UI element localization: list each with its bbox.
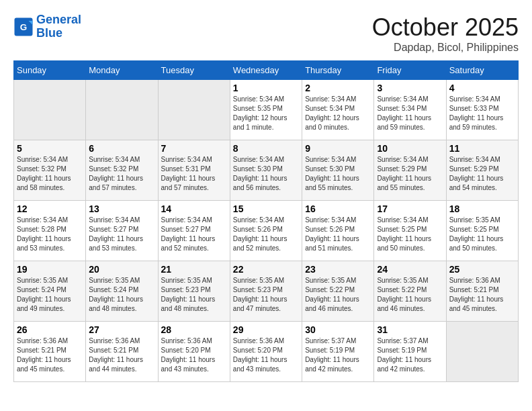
calendar-cell: [158, 80, 230, 140]
day-info: Sunrise: 5:34 AM Sunset: 5:25 PM Dayligh…: [377, 216, 443, 253]
day-info: Sunrise: 5:34 AM Sunset: 5:32 PM Dayligh…: [89, 155, 154, 193]
weekday-header-saturday: Saturday: [446, 61, 518, 80]
calendar-cell: 12Sunrise: 5:34 AM Sunset: 5:28 PM Dayli…: [14, 201, 86, 261]
weekday-header-monday: Monday: [86, 61, 158, 80]
calendar-cell: 27Sunrise: 5:36 AM Sunset: 5:21 PM Dayli…: [86, 322, 158, 382]
calendar-cell: 23Sunrise: 5:35 AM Sunset: 5:22 PM Dayli…: [302, 261, 374, 322]
day-info: Sunrise: 5:34 AM Sunset: 5:27 PM Dayligh…: [161, 216, 227, 253]
calendar-cell: 11Sunrise: 5:34 AM Sunset: 5:29 PM Dayli…: [446, 140, 518, 201]
logo: G General Blue: [13, 13, 81, 40]
weekday-header-sunday: Sunday: [14, 61, 86, 80]
logo-text: General Blue: [36, 13, 81, 40]
calendar-cell: 25Sunrise: 5:36 AM Sunset: 5:21 PM Dayli…: [446, 261, 518, 322]
calendar-cell: 4Sunrise: 5:34 AM Sunset: 5:33 PM Daylig…: [446, 80, 518, 140]
day-number: 7: [161, 143, 227, 154]
day-info: Sunrise: 5:34 AM Sunset: 5:29 PM Dayligh…: [377, 155, 443, 193]
calendar-cell: 10Sunrise: 5:34 AM Sunset: 5:29 PM Dayli…: [374, 140, 446, 201]
day-info: Sunrise: 5:34 AM Sunset: 5:30 PM Dayligh…: [305, 155, 371, 193]
calendar-week-1: 1Sunrise: 5:34 AM Sunset: 5:35 PM Daylig…: [14, 80, 519, 140]
day-number: 5: [17, 143, 83, 154]
logo-line1: General: [36, 13, 81, 26]
calendar-cell: 13Sunrise: 5:34 AM Sunset: 5:27 PM Dayli…: [86, 201, 158, 261]
calendar-cell: 16Sunrise: 5:34 AM Sunset: 5:26 PM Dayli…: [302, 201, 374, 261]
day-info: Sunrise: 5:34 AM Sunset: 5:35 PM Dayligh…: [233, 95, 299, 132]
calendar-week-3: 12Sunrise: 5:34 AM Sunset: 5:28 PM Dayli…: [14, 201, 519, 261]
calendar-week-5: 26Sunrise: 5:36 AM Sunset: 5:21 PM Dayli…: [14, 322, 519, 382]
calendar-cell: 26Sunrise: 5:36 AM Sunset: 5:21 PM Dayli…: [14, 322, 86, 382]
day-info: Sunrise: 5:36 AM Sunset: 5:21 PM Dayligh…: [449, 276, 515, 314]
weekday-header-row: SundayMondayTuesdayWednesdayThursdayFrid…: [14, 61, 519, 80]
day-info: Sunrise: 5:34 AM Sunset: 5:26 PM Dayligh…: [305, 216, 371, 253]
day-info: Sunrise: 5:35 AM Sunset: 5:24 PM Dayligh…: [17, 276, 83, 314]
day-info: Sunrise: 5:36 AM Sunset: 5:20 PM Dayligh…: [233, 336, 299, 374]
calendar-cell: 31Sunrise: 5:37 AM Sunset: 5:19 PM Dayli…: [374, 322, 446, 382]
day-number: 1: [233, 83, 299, 93]
day-number: 28: [161, 324, 227, 335]
calendar-cell: 7Sunrise: 5:34 AM Sunset: 5:31 PM Daylig…: [158, 140, 230, 201]
month-title: October 2025: [372, 13, 519, 42]
day-info: Sunrise: 5:35 AM Sunset: 5:22 PM Dayligh…: [377, 276, 443, 314]
day-number: 13: [89, 203, 154, 214]
day-number: 26: [17, 324, 83, 335]
calendar-cell: 24Sunrise: 5:35 AM Sunset: 5:22 PM Dayli…: [374, 261, 446, 322]
day-number: 23: [305, 264, 371, 275]
day-number: 25: [449, 264, 515, 275]
day-number: 12: [17, 203, 83, 214]
day-number: 27: [89, 324, 154, 335]
weekday-header-friday: Friday: [374, 61, 446, 80]
day-info: Sunrise: 5:37 AM Sunset: 5:19 PM Dayligh…: [377, 336, 443, 374]
day-info: Sunrise: 5:35 AM Sunset: 5:23 PM Dayligh…: [233, 276, 299, 314]
day-info: Sunrise: 5:35 AM Sunset: 5:22 PM Dayligh…: [305, 276, 371, 314]
day-number: 17: [377, 203, 443, 214]
day-number: 3: [377, 83, 443, 93]
day-number: 30: [305, 324, 371, 335]
day-info: Sunrise: 5:36 AM Sunset: 5:21 PM Dayligh…: [17, 336, 83, 374]
calendar-cell: 2Sunrise: 5:34 AM Sunset: 5:34 PM Daylig…: [302, 80, 374, 140]
calendar-week-4: 19Sunrise: 5:35 AM Sunset: 5:24 PM Dayli…: [14, 261, 519, 322]
day-info: Sunrise: 5:36 AM Sunset: 5:21 PM Dayligh…: [89, 336, 154, 374]
calendar-cell: [86, 80, 158, 140]
day-number: 6: [89, 143, 154, 154]
day-number: 29: [233, 324, 299, 335]
day-number: 10: [377, 143, 443, 154]
day-info: Sunrise: 5:34 AM Sunset: 5:26 PM Dayligh…: [233, 216, 299, 253]
calendar-cell: [446, 322, 518, 382]
weekday-header-thursday: Thursday: [302, 61, 374, 80]
calendar-cell: 30Sunrise: 5:37 AM Sunset: 5:19 PM Dayli…: [302, 322, 374, 382]
day-info: Sunrise: 5:37 AM Sunset: 5:19 PM Dayligh…: [305, 336, 371, 374]
calendar-cell: 29Sunrise: 5:36 AM Sunset: 5:20 PM Dayli…: [230, 322, 302, 382]
logo-line2: Blue: [36, 26, 62, 40]
day-info: Sunrise: 5:34 AM Sunset: 5:34 PM Dayligh…: [377, 95, 443, 132]
calendar-cell: 9Sunrise: 5:34 AM Sunset: 5:30 PM Daylig…: [302, 140, 374, 201]
day-info: Sunrise: 5:34 AM Sunset: 5:34 PM Dayligh…: [305, 95, 371, 132]
day-number: 20: [89, 264, 154, 275]
calendar-cell: 8Sunrise: 5:34 AM Sunset: 5:30 PM Daylig…: [230, 140, 302, 201]
day-number: 18: [449, 203, 515, 214]
day-info: Sunrise: 5:35 AM Sunset: 5:23 PM Dayligh…: [161, 276, 227, 314]
day-number: 16: [305, 203, 371, 214]
day-number: 11: [449, 143, 515, 154]
day-info: Sunrise: 5:34 AM Sunset: 5:27 PM Dayligh…: [89, 216, 154, 253]
calendar-cell: 21Sunrise: 5:35 AM Sunset: 5:23 PM Dayli…: [158, 261, 230, 322]
calendar-cell: 3Sunrise: 5:34 AM Sunset: 5:34 PM Daylig…: [374, 80, 446, 140]
day-number: 19: [17, 264, 83, 275]
svg-text:G: G: [20, 21, 28, 32]
day-info: Sunrise: 5:35 AM Sunset: 5:25 PM Dayligh…: [449, 216, 515, 253]
calendar-cell: 1Sunrise: 5:34 AM Sunset: 5:35 PM Daylig…: [230, 80, 302, 140]
calendar-week-2: 5Sunrise: 5:34 AM Sunset: 5:32 PM Daylig…: [14, 140, 519, 201]
day-info: Sunrise: 5:35 AM Sunset: 5:24 PM Dayligh…: [89, 276, 154, 314]
calendar-cell: 22Sunrise: 5:35 AM Sunset: 5:23 PM Dayli…: [230, 261, 302, 322]
calendar-cell: 20Sunrise: 5:35 AM Sunset: 5:24 PM Dayli…: [86, 261, 158, 322]
page-header: G General Blue October 2025 Dapdap, Bico…: [13, 13, 519, 54]
day-info: Sunrise: 5:34 AM Sunset: 5:28 PM Dayligh…: [17, 216, 83, 253]
calendar-cell: 14Sunrise: 5:34 AM Sunset: 5:27 PM Dayli…: [158, 201, 230, 261]
day-number: 2: [305, 83, 371, 93]
calendar-cell: 17Sunrise: 5:34 AM Sunset: 5:25 PM Dayli…: [374, 201, 446, 261]
day-number: 31: [377, 324, 443, 335]
day-number: 24: [377, 264, 443, 275]
day-number: 14: [161, 203, 227, 214]
day-info: Sunrise: 5:34 AM Sunset: 5:31 PM Dayligh…: [161, 155, 227, 193]
calendar-cell: 28Sunrise: 5:36 AM Sunset: 5:20 PM Dayli…: [158, 322, 230, 382]
day-number: 21: [161, 264, 227, 275]
day-info: Sunrise: 5:34 AM Sunset: 5:33 PM Dayligh…: [449, 95, 515, 132]
